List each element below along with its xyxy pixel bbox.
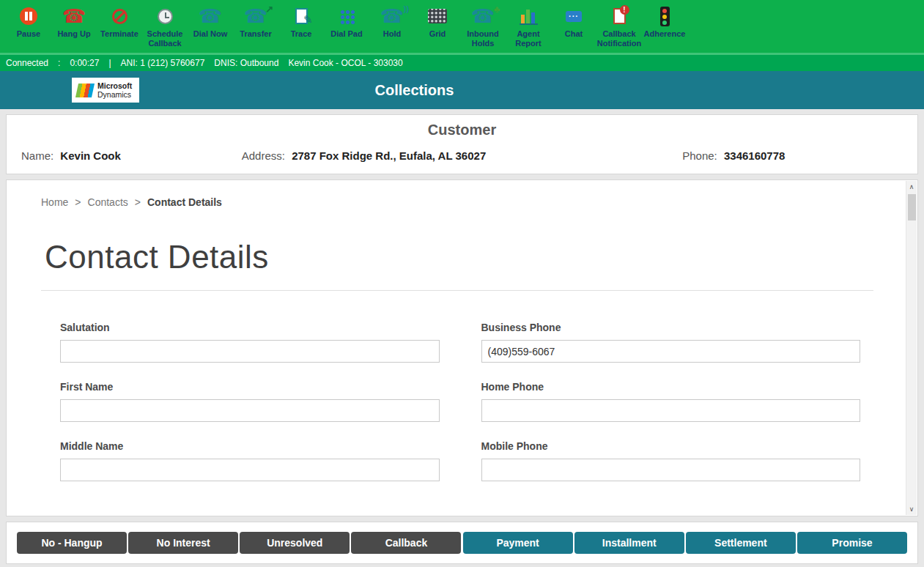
vertical-scrollbar[interactable]: ∧ ∨ <box>906 181 917 515</box>
hold-icon <box>380 7 404 26</box>
customer-name-value: Kevin Cook <box>60 149 121 162</box>
promise-button[interactable]: Promise <box>797 532 907 554</box>
schedule-callback-icon <box>158 9 173 24</box>
toolbar-label-dial-pad: Dial Pad <box>330 29 362 39</box>
toolbar-button-dial-now[interactable]: Dial Now <box>188 5 233 39</box>
business-phone-label: Business Phone <box>481 322 861 333</box>
scroll-down-icon[interactable]: ∨ <box>906 503 917 515</box>
chat-icon <box>566 11 582 22</box>
mobile-phone-label: Mobile Phone <box>481 440 861 452</box>
terminate-icon <box>112 9 127 24</box>
middle-name-input[interactable] <box>60 459 440 481</box>
toolbar-label-transfer: Transfer <box>240 29 271 39</box>
dial-pad-icon <box>339 9 355 24</box>
transfer-icon <box>244 7 267 26</box>
no-interest-button[interactable]: No Interest <box>128 532 238 554</box>
toolbar-label-grid: Grid <box>429 29 446 39</box>
callback-button[interactable]: Callback <box>351 532 461 554</box>
dynamics-logo-mark <box>75 84 95 97</box>
hangup-icon <box>62 7 86 26</box>
breadcrumb-home[interactable]: Home <box>41 196 68 208</box>
home-phone-label: Home Phone <box>481 381 861 393</box>
scrollbar-thumb[interactable] <box>908 194 916 220</box>
salutation-group: Salutation <box>60 322 440 363</box>
toolbar-label-dial-now: Dial Now <box>193 29 227 39</box>
contact-details-heading: Contact Details <box>45 239 873 275</box>
toolbar-button-hang-up[interactable]: Hang Up <box>51 5 97 39</box>
customer-phone-field: Phone: 3346160778 <box>682 149 903 162</box>
main-content: Home > Contacts > Contact Details Contac… <box>6 179 918 516</box>
customer-panel: Customer Name: Kevin Cook Address: 2787 … <box>6 114 918 174</box>
customer-fields: Name: Kevin Cook Address: 2787 Fox Ridge… <box>21 149 903 162</box>
dial-now-icon <box>199 7 222 26</box>
home-phone-input[interactable] <box>481 399 861 422</box>
app-header: Microsoft Dynamics Collections <box>0 71 924 109</box>
payment-button[interactable]: Payment <box>463 532 573 554</box>
middle-name-label: Middle Name <box>60 440 440 452</box>
toolbar-button-hold[interactable]: Hold <box>369 5 415 39</box>
toolbar-button-callback-notification[interactable]: Callback Notification <box>596 5 642 48</box>
customer-address-field: Address: 2787 Fox Ridge Rd., Eufala, AL … <box>242 149 683 162</box>
toolbar-label-adherence: Adherence <box>644 29 686 39</box>
customer-name-label: Name: <box>21 149 53 162</box>
toolbar-button-trace[interactable]: Trace <box>278 5 324 39</box>
status-separator-pipe: | <box>108 58 111 68</box>
pause-icon <box>20 7 37 25</box>
toolbar-label-pause: Pause <box>17 29 40 39</box>
toolbar-button-grid[interactable]: Grid <box>415 5 460 39</box>
logo-text-microsoft: Microsoft <box>97 81 132 90</box>
toolbar-label-callback-notification: Callback Notification <box>596 29 642 48</box>
connection-status: Connected <box>6 58 48 68</box>
customer-name-field: Name: Kevin Cook <box>21 149 242 162</box>
status-bar: Connected : 0:00:27 | ANI: 1 (212) 57606… <box>0 55 924 71</box>
toolbar-button-inbound-holds[interactable]: Inbound Holds <box>460 5 506 48</box>
heading-divider <box>41 290 873 291</box>
toolbar-label-schedule-callback: Schedule Callback <box>142 29 188 48</box>
first-name-group: First Name <box>60 381 440 422</box>
unresolved-button[interactable]: Unresolved <box>240 532 350 554</box>
scroll-up-icon[interactable]: ∧ <box>906 181 917 193</box>
trace-icon <box>295 8 308 24</box>
toolbar-button-transfer[interactable]: Transfer <box>233 5 278 39</box>
customer-address-value: 2787 Fox Ridge Rd., Eufala, AL 36027 <box>292 149 486 162</box>
logo-text-dynamics: Dynamics <box>97 90 132 99</box>
salutation-input[interactable] <box>60 340 440 363</box>
dnis-info: DNIS: Outbound <box>214 58 278 68</box>
call-timer: 0:00:27 <box>70 58 99 68</box>
breadcrumb-contacts[interactable]: Contacts <box>88 196 128 208</box>
salutation-label: Salutation <box>60 322 440 333</box>
business-phone-input[interactable] <box>481 340 861 363</box>
customer-phone-value: 3346160778 <box>724 149 785 162</box>
toolbar-button-schedule-callback[interactable]: Schedule Callback <box>142 5 188 48</box>
first-name-label: First Name <box>60 381 440 393</box>
call-toolbar: Pause Hang Up Terminate Schedule Callbac… <box>0 0 924 55</box>
toolbar-label-terminate: Terminate <box>100 29 138 39</box>
action-bar: No - Hangup No Interest Unresolved Callb… <box>6 522 918 564</box>
callback-notification-icon <box>613 8 626 24</box>
home-phone-group: Home Phone <box>481 381 861 422</box>
toolbar-label-trace: Trace <box>291 29 312 39</box>
ani-info: ANI: 1 (212) 5760677 <box>121 58 205 68</box>
first-name-input[interactable] <box>60 399 440 422</box>
customer-address-label: Address: <box>242 149 285 162</box>
toolbar-label-agent-report: Agent Report <box>506 29 551 48</box>
toolbar-label-chat: Chat <box>565 29 583 39</box>
toolbar-button-agent-report[interactable]: Agent Report <box>506 5 551 48</box>
toolbar-button-pause[interactable]: Pause <box>6 5 51 39</box>
toolbar-button-chat[interactable]: Chat <box>551 5 596 39</box>
breadcrumb-separator: > <box>75 196 81 208</box>
toolbar-button-adherence[interactable]: Adherence <box>642 5 687 39</box>
toolbar-label-hold: Hold <box>383 29 401 39</box>
middle-name-group: Middle Name <box>60 440 440 481</box>
breadcrumb: Home > Contacts > Contact Details <box>41 196 873 208</box>
customer-section-title: Customer <box>21 122 903 138</box>
toolbar-label-hang-up: Hang Up <box>57 29 90 39</box>
breadcrumb-current: Contact Details <box>147 196 222 208</box>
settlement-button[interactable]: Settlement <box>686 532 796 554</box>
toolbar-button-terminate[interactable]: Terminate <box>97 5 142 39</box>
mobile-phone-input[interactable] <box>481 459 861 481</box>
toolbar-button-dial-pad[interactable]: Dial Pad <box>324 5 369 39</box>
installment-button[interactable]: Installment <box>574 532 684 554</box>
no-hangup-button[interactable]: No - Hangup <box>17 532 127 554</box>
inbound-holds-icon <box>471 7 495 26</box>
